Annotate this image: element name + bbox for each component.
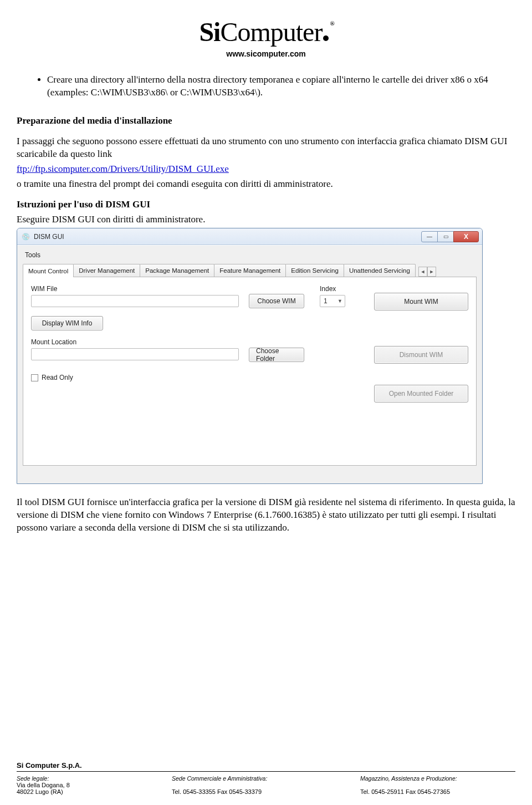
tab-unattended-servicing[interactable]: Unattended Servicing [344, 264, 416, 277]
bottom-paragraph: Il tool DISM GUI fornisce un'interfaccia… [17, 496, 515, 534]
mount-location-input[interactable] [31, 348, 239, 360]
logo-prefix: Si [199, 17, 220, 47]
maximize-button[interactable]: ▭ [437, 231, 454, 242]
footer-col1-addr1: Via della Dogana, 8 [17, 782, 172, 788]
footer-col3-tel: Tel. 0545-25911 Fax 0545-27365 [360, 788, 515, 795]
open-mounted-folder-button[interactable]: Open Mounted Folder [374, 385, 468, 402]
footer-company: Si Computer S.p.A. [17, 761, 515, 770]
chevron-down-icon: ▼ [337, 298, 342, 304]
index-select[interactable]: 1 ▼ [320, 295, 345, 307]
dism-gui-window: 💿 DISM GUI — ▭ X Tools Mount Control Dri… [17, 228, 483, 484]
minimize-button[interactable]: — [421, 231, 438, 242]
section-para-post: o tramite una finestra del prompt dei co… [17, 178, 515, 191]
section-para-1: I passaggi che seguono possono essere ef… [17, 135, 515, 161]
mount-location-label: Mount Location [31, 338, 239, 346]
logo-suffix: Computer [220, 17, 322, 47]
index-value: 1 [324, 297, 328, 305]
footer-col2-label: Sede Commerciale e Amministrativa: [172, 775, 360, 782]
logo: SiComputer® [199, 17, 332, 47]
wim-file-label: WIM File [31, 285, 239, 293]
read-only-label: Read Only [42, 374, 73, 381]
logo-dot [323, 35, 329, 41]
tab-package-management[interactable]: Package Management [140, 264, 214, 277]
website-url: www.sicomputer.com [17, 49, 515, 58]
wim-file-input[interactable] [31, 295, 239, 307]
bullet-item: Creare una directory all'interno della n… [47, 74, 515, 99]
page-footer: Si Computer S.p.A. Sede legale: Via dell… [17, 761, 515, 795]
logo-registered: ® [330, 20, 334, 27]
close-button[interactable]: X [453, 231, 479, 242]
titlebar: 💿 DISM GUI — ▭ X [17, 228, 482, 245]
footer-col1-addr2: 48022 Lugo (RA) [17, 788, 172, 795]
choose-folder-button[interactable]: Choose Folder [249, 348, 304, 362]
footer-divider [17, 771, 515, 772]
footer-col1-label: Sede legale: [17, 775, 172, 782]
section-title: Preparazione del media d'installazione [17, 115, 515, 128]
tools-menu[interactable]: Tools [23, 250, 477, 263]
choose-wim-button[interactable]: Choose WIM [249, 294, 304, 308]
section-para-2: Eseguire DISM GUI con diritti di amminis… [17, 213, 515, 226]
tab-scroll-left[interactable]: ◄ [418, 267, 427, 277]
mount-wim-button[interactable]: Mount WIM [374, 293, 468, 310]
footer-col2-tel: Tel. 0545-33355 Fax 0545-33379 [172, 788, 360, 795]
window-title: DISM GUI [34, 233, 422, 241]
tab-edition-servicing[interactable]: Edition Servicing [285, 264, 344, 277]
subsection-title: Istruzioni per l'uso di DISM GUI [17, 198, 515, 211]
tab-strip: Mount Control Driver Management Package … [23, 263, 477, 277]
index-label: Index [320, 285, 353, 293]
tab-feature-management[interactable]: Feature Management [214, 264, 286, 277]
tab-panel: WIM File Choose WIM Index 1 ▼ M [23, 277, 477, 466]
display-wim-info-button[interactable]: Display WIM Info [31, 316, 103, 330]
download-link[interactable]: ftp://ftp.sicomputer.com/Drivers/Utility… [17, 164, 229, 174]
app-icon: 💿 [22, 232, 30, 241]
tab-driver-management[interactable]: Driver Management [73, 264, 140, 277]
footer-col3-label: Magazzino, Assistenza e Produzione: [360, 775, 515, 782]
tab-scroll-right[interactable]: ► [427, 267, 436, 277]
read-only-checkbox[interactable] [31, 374, 38, 381]
dismount-wim-button[interactable]: Dismount WIM [374, 346, 468, 364]
tab-mount-control[interactable]: Mount Control [23, 264, 74, 277]
